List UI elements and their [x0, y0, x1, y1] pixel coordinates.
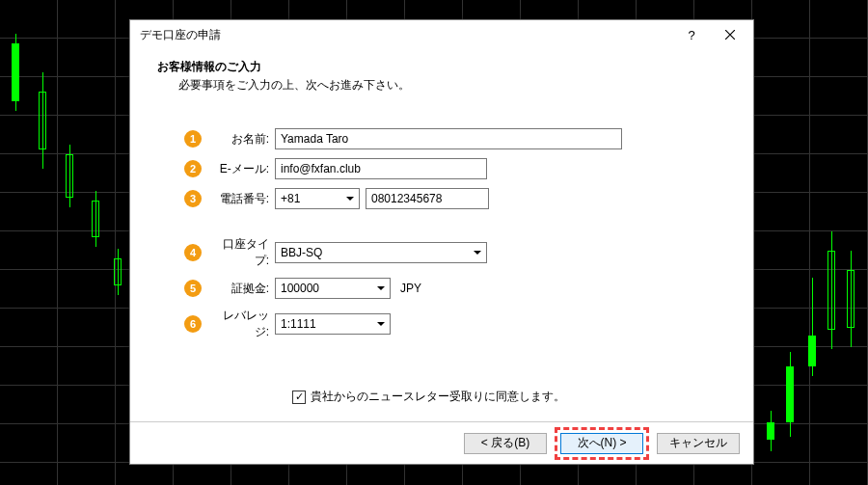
label-account-type: 口座タイプ: [209, 236, 269, 269]
row-account-type: 4 口座タイプ: BBJ-SQ [184, 236, 726, 269]
row-phone: 3 電話番号: +81 [184, 188, 726, 209]
badge-3: 3 [184, 190, 202, 207]
badge-2: 2 [184, 160, 202, 177]
cancel-button[interactable]: キャンセル [657, 433, 740, 454]
close-button[interactable] [711, 22, 749, 47]
form: 1 お名前: 2 E-メール: 3 電話番号: +81 4 口座タイプ: B [184, 128, 726, 405]
row-deposit: 5 証拠金: 100000 JPY [184, 278, 726, 299]
dialog-footer: < 戻る(B) 次へ(N) > キャンセル [130, 421, 753, 464]
dialog-content: お客様情報のご入力 必要事項をご入力の上、次へお進み下さい。 1 お名前: 2 … [130, 49, 753, 421]
highlight-next: 次へ(N) > [555, 427, 649, 460]
label-deposit: 証拠金: [209, 281, 269, 297]
email-input[interactable] [275, 158, 487, 179]
phone-input[interactable] [366, 188, 489, 209]
header-title: お客様情報のご入力 [157, 59, 726, 75]
close-icon [725, 30, 735, 40]
header-subtitle: 必要事項をご入力の上、次へお進み下さい。 [178, 77, 726, 94]
next-button[interactable]: 次へ(N) > [560, 433, 643, 454]
badge-4: 4 [184, 244, 202, 261]
country-code-select[interactable]: +81 [275, 188, 360, 209]
consent-label: 貴社からのニュースレター受取りに同意します。 [311, 389, 565, 405]
label-phone: 電話番号: [209, 191, 269, 207]
label-leverage: レバレッジ: [209, 308, 269, 340]
header-block: お客様情報のご入力 必要事項をご入力の上、次へお進み下さい。 [157, 59, 726, 94]
titlebar: デモ口座の申請 ? [130, 20, 753, 49]
leverage-select[interactable]: 1:1111 [275, 313, 391, 335]
row-email: 2 E-メール: [184, 158, 726, 179]
row-name: 1 お名前: [184, 128, 726, 149]
name-input[interactable] [275, 128, 622, 149]
badge-5: 5 [184, 280, 202, 297]
currency-label: JPY [400, 282, 421, 295]
newsletter-checkbox[interactable]: ✓ [292, 391, 306, 404]
account-type-select[interactable]: BBJ-SQ [275, 242, 487, 263]
demo-account-dialog: デモ口座の申請 ? お客様情報のご入力 必要事項をご入力の上、次へお進み下さい。… [129, 19, 754, 465]
back-button[interactable]: < 戻る(B) [464, 433, 547, 454]
deposit-select[interactable]: 100000 [275, 278, 391, 299]
row-leverage: 6 レバレッジ: 1:1111 [184, 308, 726, 340]
badge-1: 1 [184, 130, 202, 148]
label-name: お名前: [209, 131, 269, 148]
consent-row: ✓ 貴社からのニュースレター受取りに同意します。 [292, 389, 726, 405]
help-button[interactable]: ? [672, 22, 711, 47]
check-icon: ✓ [295, 391, 304, 403]
badge-6: 6 [184, 315, 202, 333]
dialog-title: デモ口座の申請 [140, 27, 672, 43]
label-email: E-メール: [209, 161, 269, 177]
